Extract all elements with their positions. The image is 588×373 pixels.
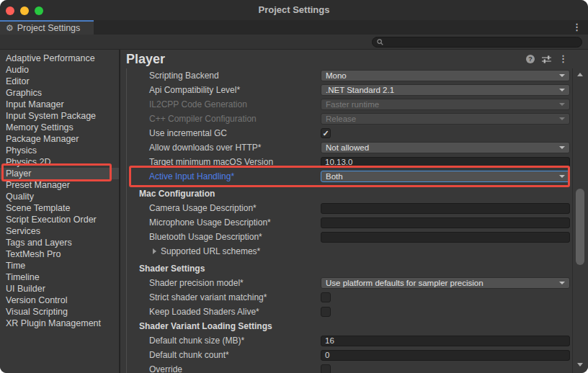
tab-project-settings[interactable]: ⚙ Project Settings [0, 20, 94, 35]
chevron-down-icon [559, 89, 565, 91]
active-input-handling-value: Both [326, 172, 556, 181]
mac-configuration-label: Mac Configuration [130, 189, 215, 199]
setting-row-scripting-backend: Scripting BackendMono [130, 68, 570, 83]
chevron-down-icon [559, 74, 565, 77]
window-title: Project Settings [0, 4, 588, 15]
sidebar-item-timeline[interactable]: Timeline [0, 271, 119, 283]
section-header-mac-configuration: Mac Configuration [130, 186, 570, 201]
sidebar-item-player[interactable]: Player [0, 168, 119, 179]
supported-url-schemes-label: Supported URL schemes* [130, 246, 321, 256]
preset-icon[interactable] [542, 55, 551, 63]
sidebar-item-input-system-package[interactable]: Input System Package [0, 110, 119, 122]
active-input-handling-dropdown[interactable]: Both [321, 171, 570, 182]
settings-rows: Scripting BackendMonoApi Compatibility L… [130, 68, 570, 373]
sidebar-item-script-execution-order[interactable]: Script Execution Order [0, 214, 119, 225]
sidebar-item-adaptive-performance[interactable]: Adaptive Performance [0, 53, 119, 64]
control-il2cpp-code-generation: Faster runtime [321, 99, 570, 110]
scrollbar-thumb[interactable] [576, 189, 584, 265]
section-header-shader-settings: Shader Settings [130, 261, 570, 276]
sidebar-item-editor[interactable]: Editor [0, 76, 119, 87]
il2cpp-code-generation-value: Faster runtime [326, 100, 556, 109]
panel-header: Player ? ⋮ [120, 50, 588, 68]
chevron-down-icon [559, 146, 565, 149]
sidebar-item-physics-2d[interactable]: Physics 2D [0, 156, 119, 168]
setting-row-strict-shader-variant-matching: Strict shader variant matching* [130, 290, 570, 305]
panel-header-icons: ? ⋮ [526, 55, 568, 63]
api-compatibility-level-value: .NET Standard 2.1 [326, 86, 556, 94]
allow-downloads-over-http-dropdown[interactable]: Not allowed [321, 142, 570, 153]
setting-row-default-chunk-count: Default chunk count*0 [130, 348, 570, 362]
sidebar-item-physics[interactable]: Physics [0, 145, 119, 156]
sidebar: Adaptive PerformanceAudioEditorGraphicsI… [0, 50, 119, 373]
indent-guide-line [126, 68, 127, 373]
tabbar-kebab-menu-icon[interactable]: ⋮ [572, 22, 582, 32]
sidebar-item-preset-manager[interactable]: Preset Manager [0, 179, 119, 191]
scripting-backend-value: Mono [326, 71, 556, 80]
shader-precision-model-label: Shader precision model* [130, 278, 321, 288]
help-icon[interactable]: ? [526, 55, 535, 63]
control-override [321, 364, 570, 373]
api-compatibility-level-dropdown[interactable]: .NET Standard 2.1 [321, 84, 570, 96]
sidebar-item-visual-scripting[interactable]: Visual Scripting [0, 306, 119, 318]
control-scripting-backend: Mono [321, 70, 570, 81]
scroll-down-arrow-icon[interactable] [577, 363, 583, 367]
sidebar-item-package-manager[interactable]: Package Manager [0, 133, 119, 145]
setting-row-microphone-usage-description: Microphone Usage Description* [130, 215, 570, 230]
sidebar-item-time[interactable]: Time [0, 260, 119, 271]
override-label: Override [130, 364, 321, 373]
tab-bar: ⚙ Project Settings ⋮ [0, 20, 588, 35]
setting-row-allow-downloads-over-http: Allow downloads over HTTP*Not allowed [130, 140, 570, 155]
setting-row-keep-loaded-shaders-alive: Keep Loaded Shaders Alive* [130, 305, 570, 319]
microphone-usage-description-field[interactable] [321, 217, 570, 228]
strict-shader-variant-matching-checkbox[interactable] [321, 292, 331, 302]
use-incremental-gc-checkbox[interactable]: ✓ [321, 128, 331, 138]
control-microphone-usage-description [321, 217, 570, 228]
chevron-down-icon [559, 117, 565, 120]
setting-row-use-incremental-gc: Use incremental GC✓ [130, 126, 570, 140]
keep-loaded-shaders-alive-checkbox[interactable] [321, 307, 331, 317]
panel-kebab-menu-icon[interactable]: ⋮ [558, 55, 568, 63]
default-chunk-size-mb-field[interactable]: 16 [321, 336, 570, 346]
search-box[interactable] [372, 37, 582, 48]
sidebar-item-graphics[interactable]: Graphics [0, 87, 119, 99]
search-input[interactable] [386, 38, 566, 47]
foldout-arrow-icon[interactable] [153, 248, 156, 254]
setting-row-default-chunk-size-mb: Default chunk size (MB)*16 [130, 333, 570, 348]
c-compiler-configuration-dropdown: Release [321, 113, 570, 125]
sidebar-item-quality[interactable]: Quality [0, 191, 119, 202]
target-minimum-macos-version-field[interactable]: 10.13.0 [321, 157, 570, 168]
sidebar-item-version-control[interactable]: Version Control [0, 295, 119, 306]
setting-row-il2cpp-code-generation: IL2CPP Code GenerationFaster runtime [130, 97, 570, 112]
scroll-up-arrow-icon[interactable] [577, 73, 583, 76]
override-checkbox[interactable] [321, 364, 331, 373]
titlebar[interactable]: Project Settings [0, 0, 588, 20]
bluetooth-usage-description-field[interactable] [321, 232, 570, 243]
control-api-compatibility-level: .NET Standard 2.1 [321, 84, 570, 96]
bluetooth-usage-description-label: Bluetooth Usage Description* [130, 232, 321, 242]
sidebar-item-memory-settings[interactable]: Memory Settings [0, 122, 119, 133]
scripting-backend-dropdown[interactable]: Mono [321, 70, 570, 81]
control-target-minimum-macos-version: 10.13.0 [321, 157, 570, 168]
vertical-scrollbar[interactable] [572, 68, 588, 373]
shader-variant-loading-settings-label: Shader Variant Loading Settings [130, 321, 272, 331]
sidebar-item-textmesh-pro[interactable]: TextMesh Pro [0, 248, 119, 260]
sidebar-item-xr-plugin-management[interactable]: XR Plugin Management [0, 318, 119, 329]
sidebar-divider [119, 50, 120, 373]
control-keep-loaded-shaders-alive [321, 307, 570, 317]
api-compatibility-level-label: Api Compatibility Level* [130, 85, 321, 95]
control-allow-downloads-over-http: Not allowed [321, 142, 570, 153]
sidebar-item-scene-template[interactable]: Scene Template [0, 202, 119, 214]
camera-usage-description-field[interactable] [321, 203, 570, 214]
sidebar-item-audio[interactable]: Audio [0, 64, 119, 76]
sidebar-item-ui-builder[interactable]: UI Builder [0, 283, 119, 295]
shader-precision-model-dropdown[interactable]: Use platform defaults for sampler precis… [321, 277, 570, 289]
sidebar-item-input-manager[interactable]: Input Manager [0, 99, 119, 110]
default-chunk-count-field[interactable]: 0 [321, 350, 570, 361]
sidebar-item-tags-and-layers[interactable]: Tags and Layers [0, 237, 119, 248]
setting-row-api-compatibility-level: Api Compatibility Level*.NET Standard 2.… [130, 83, 570, 97]
sidebar-list: Adaptive PerformanceAudioEditorGraphicsI… [0, 53, 119, 329]
panel-title: Player [126, 52, 165, 67]
control-bluetooth-usage-description [321, 232, 570, 243]
sidebar-item-services[interactable]: Services [0, 225, 119, 237]
setting-row-override: Override [130, 362, 570, 373]
